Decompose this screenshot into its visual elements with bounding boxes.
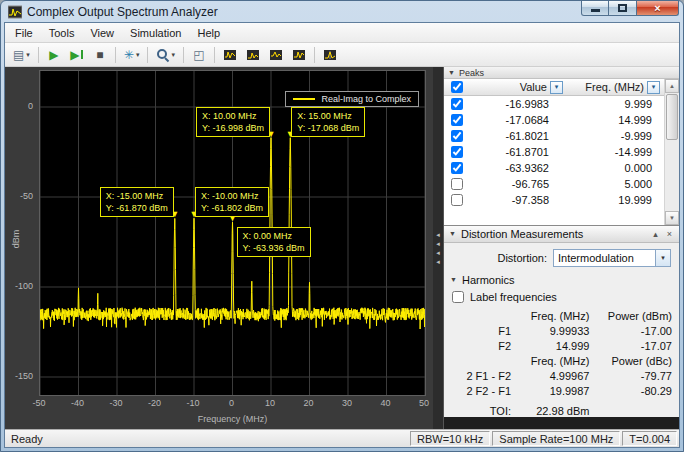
freq-value: 4.99967 [514,368,592,383]
scale-y-button[interactable] [219,44,241,65]
peak-freq-cell: 5.000 [573,178,664,190]
label-frequencies-checkbox[interactable] [452,291,464,303]
run-button[interactable]: ▶ [43,44,65,65]
toolbar-separator [314,47,315,63]
maximize-button[interactable] [609,1,637,16]
status-sample-rate: Sample Rate=100 MHz [492,431,620,446]
magnifier-icon [156,48,169,61]
app-body: File Tools View Simulation Help ▤▾ ▶ ▶ ■… [4,22,680,448]
peak-visible-checkbox[interactable] [451,178,463,190]
autoscale-button[interactable] [288,44,310,65]
peaks-table-header: Value▾ Freq. (MHz)▾ [444,79,664,96]
peak-freq-cell: 0.000 [573,162,664,174]
zoom-button[interactable]: ▾ [152,44,179,65]
peak-visible-checkbox[interactable] [451,194,463,206]
datatip-y-value: Y: -16.998 dBm [202,122,264,134]
value-column-header: Value [520,81,547,93]
menu-file[interactable]: File [7,23,41,42]
peak-visible-checkbox[interactable] [451,130,463,142]
close-panel-icon[interactable]: × [665,229,674,239]
scroll-down-icon[interactable]: ▼ [665,211,679,225]
y-tick-label: -100 [15,281,33,291]
export-button[interactable]: ▤▾ [9,44,34,65]
title-bar[interactable]: Complex Output Spectrum Analyzer × [4,1,680,22]
peak-freq-cell: 9.999 [573,98,664,110]
distortion-panel-title: Distortion Measurements [461,228,646,240]
measurements-icon [324,46,336,64]
harmonics-table: Freq. (MHz) Power (dBm) F1 9.99933 -17.0… [448,308,675,417]
datatip-10mhz[interactable]: X: 10.00 MHz Y: -16.998 dBm [196,107,270,137]
toolbar-separator [115,47,116,63]
peak-visible-checkbox[interactable] [451,98,463,110]
simulation-mode-button[interactable]: ✳▾ [120,44,144,65]
peak-visible-checkbox[interactable] [451,114,463,126]
freq-column-filter-button[interactable]: ▾ [647,81,660,94]
peaks-table-row[interactable]: -17.0684 14.999 [444,112,664,128]
datatip-15mhz[interactable]: X: 15.00 MHz Y: -17.068 dBm [291,107,365,137]
peaks-table-row[interactable]: -61.8021 -9.999 [444,128,664,144]
spectrum-analyzer-window: Complex Output Spectrum Analyzer × File … [0,0,684,452]
y-tick-label: -50 [20,191,33,201]
peaks-table-row[interactable]: -97.358 19.999 [444,192,664,208]
distortion-panel: ▼ Distortion Measurements ▴ × Distortion… [444,225,679,417]
panel-expand-arrow-icon: ◂ [436,258,440,266]
panel-expand-arrow-icon: ◂ [436,231,440,239]
minimize-button[interactable] [581,1,609,16]
legend[interactable]: Real-Imag to Complex [285,91,419,107]
y-tick-label: 0 [28,101,33,111]
scroll-up-icon[interactable]: ▲ [665,79,679,93]
harmonics-section-header[interactable]: ▼ Harmonics [444,272,679,289]
menu-simulation[interactable]: Simulation [122,23,189,42]
toolbar-separator [214,47,215,63]
collapse-triangle-icon: ▼ [450,276,457,284]
peaks-table-row[interactable]: -63.9362 0.000 [444,160,664,176]
peaks-table-row[interactable]: -96.765 5.000 [444,176,664,192]
distortion-panel-header[interactable]: ▼ Distortion Measurements ▴ × [444,226,679,243]
scroll-thumb[interactable] [666,94,678,140]
scale-xy-button[interactable] [265,44,287,65]
full-span-button[interactable]: ◰ [188,44,210,65]
y-tick-label: -150 [15,371,33,381]
export-icon: ▤ [13,49,24,61]
panel-collapse-handle[interactable]: ◂ ◂ ◂ ◂ [433,67,443,429]
menu-view[interactable]: View [82,23,122,42]
scale-x-button[interactable] [242,44,264,65]
plot-axes[interactable]: Real-Imag to Complex ▼▼▼▼▼ X: 10.00 MHz … [39,70,426,396]
step-bar-icon [81,50,83,59]
pin-icon[interactable]: ▴ [651,229,660,239]
collapse-triangle-icon: ▼ [449,230,456,238]
datatip-0mhz[interactable]: X: 0.00 MHz Y: -63.936 dBm [237,227,311,257]
table-header-row: Freq. (MHz) Power (dBc) [448,353,675,368]
select-dropdown-icon[interactable]: ▾ [655,250,670,266]
toolbar-separator [38,47,39,63]
close-button[interactable]: × [637,1,679,16]
x-tick-label: 40 [380,398,390,408]
x-tick-label: -30 [109,398,122,408]
stop-button[interactable]: ■ [89,44,111,65]
menu-tools[interactable]: Tools [41,23,83,42]
peaks-scrollbar[interactable]: ▲ ▼ [664,79,679,225]
x-tick-label: 10 [265,398,275,408]
datatip-y-value: Y: -61.802 dBm [201,202,263,214]
peaks-table-row[interactable]: -16.9983 9.999 [444,96,664,112]
peaks-panel-title[interactable]: ▼ Peaks [444,67,679,79]
datatip-neg15mhz[interactable]: X: -15.00 MHz Y: -61.870 dBm [100,187,174,217]
datatip-neg10mhz[interactable]: X: -10.00 MHz Y: -61.802 dBm [195,187,269,217]
menu-help[interactable]: Help [189,23,228,42]
toolbar-separator [147,47,148,63]
step-forward-icon: ▶ [70,49,79,61]
value-column-filter-button[interactable]: ▾ [550,81,563,94]
measurements-button[interactable] [319,44,341,65]
peaks-table-row[interactable]: -61.8701 -14.999 [444,144,664,160]
table-row: F1 9.99933 -17.00 [448,323,675,338]
distortion-select[interactable]: Intermodulation ▾ [553,249,671,267]
table-header-row: Freq. (MHz) Power (dBm) [448,308,675,323]
peak-visible-checkbox[interactable] [451,162,463,174]
peaks-select-all-checkbox[interactable] [451,81,463,93]
scale-y-icon [224,46,236,64]
x-tick-label: -40 [71,398,84,408]
y-axis-ticks: 0-50-100-150 [5,70,36,396]
peak-visible-checkbox[interactable] [451,146,463,158]
step-forward-button[interactable]: ▶ [66,44,88,65]
x-tick-label: -50 [32,398,45,408]
